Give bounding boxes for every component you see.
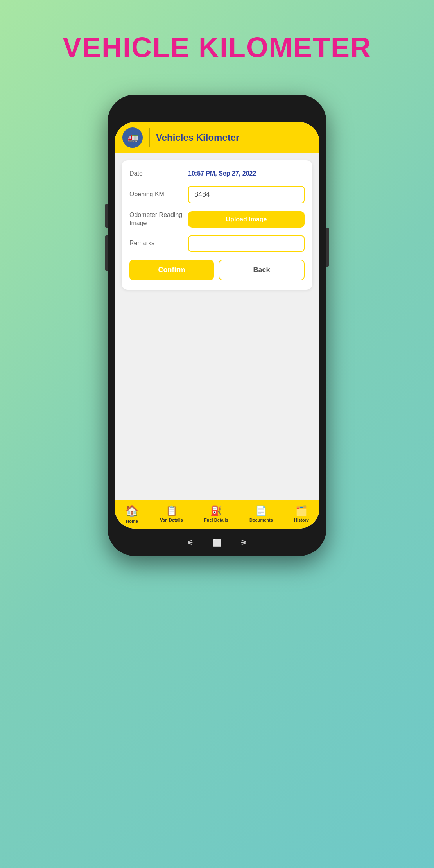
remarks-row: Remarks xyxy=(129,235,305,252)
nav-label-documents: Documents xyxy=(249,518,273,522)
upload-image-button[interactable]: Upload Image xyxy=(188,211,305,228)
header-divider xyxy=(149,128,150,147)
nav-item-fuel-details[interactable]: ⛽ Fuel Details xyxy=(204,505,228,522)
odometer-label: Odometer Reading Image xyxy=(129,211,184,228)
home-icon: 🏠 xyxy=(125,504,139,517)
nav-item-history[interactable]: 🗂️ History xyxy=(294,505,309,522)
nav-label-home: Home xyxy=(126,519,138,524)
phone-screen: 🚛 Vehicles Kilometer Date 10:57 PM, Sep … xyxy=(115,122,319,529)
nav-item-documents[interactable]: 📄 Documents xyxy=(249,505,273,522)
nav-label-history: History xyxy=(294,518,309,522)
remarks-input[interactable] xyxy=(188,235,305,252)
app-header: 🚛 Vehicles Kilometer xyxy=(115,122,319,153)
opening-km-input[interactable] xyxy=(188,186,305,203)
side-button-power xyxy=(326,228,329,267)
history-icon: 🗂️ xyxy=(296,505,307,516)
date-value: 10:57 PM, Sep 27, 2022 xyxy=(188,170,256,177)
gesture-home: ⬜ xyxy=(212,537,222,548)
date-label: Date xyxy=(129,170,184,178)
odometer-row: Odometer Reading Image Upload Image xyxy=(129,211,305,228)
van-details-icon: 📋 xyxy=(166,505,178,516)
app-header-title: Vehicles Kilometer xyxy=(156,132,239,143)
phone-mockup: 🚛 Vehicles Kilometer Date 10:57 PM, Sep … xyxy=(108,95,326,556)
documents-icon: 📄 xyxy=(255,505,267,516)
phone-shell: 🚛 Vehicles Kilometer Date 10:57 PM, Sep … xyxy=(108,95,326,556)
nav-label-fuel-details: Fuel Details xyxy=(204,518,228,522)
gesture-back: ⚟ xyxy=(185,537,196,548)
side-button-volume-2 xyxy=(105,235,108,271)
phone-bottom-bar: ⚟ ⬜ ⚞ xyxy=(185,537,249,548)
side-button-volume-1 xyxy=(105,204,108,228)
fuel-details-icon: ⛽ xyxy=(210,505,222,516)
nav-label-van-details: Van Details xyxy=(160,518,183,522)
app-main: Date 10:57 PM, Sep 27, 2022 Opening KM O… xyxy=(115,153,319,500)
app-logo: 🚛 xyxy=(122,127,143,148)
page-title: VEHICLE KILOMETER xyxy=(63,31,371,63)
form-card: Date 10:57 PM, Sep 27, 2022 Opening KM O… xyxy=(122,160,312,290)
opening-km-row: Opening KM xyxy=(129,186,305,203)
date-row: Date 10:57 PM, Sep 27, 2022 xyxy=(129,170,305,178)
bottom-nav: 🏠 Home 📋 Van Details ⛽ Fuel Details 📄 Do… xyxy=(115,500,319,529)
nav-item-home[interactable]: 🏠 Home xyxy=(125,504,139,524)
logo-icon: 🚛 xyxy=(127,133,138,143)
confirm-button[interactable]: Confirm xyxy=(129,260,214,280)
remarks-label: Remarks xyxy=(129,239,184,247)
nav-item-van-details[interactable]: 📋 Van Details xyxy=(160,505,183,522)
back-button[interactable]: Back xyxy=(219,260,305,280)
gesture-recents: ⚞ xyxy=(238,537,249,548)
form-buttons: Confirm Back xyxy=(129,260,305,280)
opening-km-label: Opening KM xyxy=(129,190,184,199)
